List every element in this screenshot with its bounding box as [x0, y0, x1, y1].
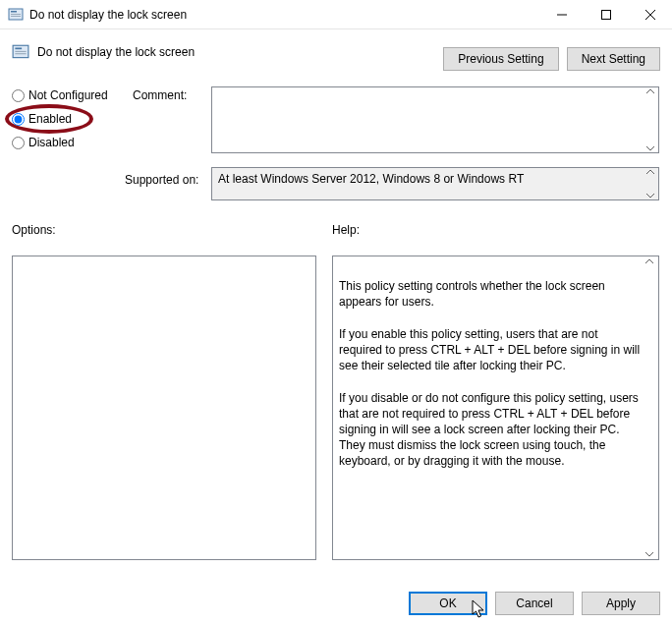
- supported-on-box: At least Windows Server 2012, Windows 8 …: [211, 167, 659, 200]
- radio-enabled-input[interactable]: [12, 113, 25, 126]
- state-radios: Not Configured Enabled Disabled: [12, 88, 108, 159]
- next-setting-button[interactable]: Next Setting: [567, 47, 660, 71]
- supported-label: Supported on:: [125, 173, 198, 187]
- header-title: Do not display the lock screen: [37, 45, 195, 59]
- maximize-button[interactable]: [584, 0, 628, 28]
- options-box: [12, 256, 316, 560]
- radio-label: Not Configured: [28, 88, 108, 102]
- comment-scroll: [644, 88, 657, 151]
- comment-label: Comment:: [133, 88, 187, 102]
- svg-rect-10: [15, 51, 26, 52]
- minimize-button[interactable]: [539, 0, 584, 28]
- comment-textarea[interactable]: [211, 86, 659, 153]
- nav-buttons: Previous Setting Next Setting: [443, 47, 660, 71]
- chevron-up-icon: [645, 88, 655, 94]
- help-label: Help:: [332, 223, 360, 237]
- previous-setting-button[interactable]: Previous Setting: [443, 47, 558, 71]
- chevron-down-icon: [644, 551, 654, 557]
- radio-label: Disabled: [28, 136, 75, 149]
- help-text: This policy setting controls whether the…: [339, 279, 640, 468]
- apply-button[interactable]: Apply: [582, 592, 660, 615]
- supported-scroll: [644, 169, 657, 199]
- radio-not-configured-input[interactable]: [12, 89, 25, 102]
- radio-disabled-input[interactable]: [12, 137, 25, 149]
- radio-disabled[interactable]: Disabled: [12, 136, 108, 149]
- window-title: Do not display the lock screen: [29, 8, 539, 22]
- policy-icon: [8, 7, 24, 23]
- radio-enabled[interactable]: Enabled: [12, 112, 108, 126]
- radio-not-configured[interactable]: Not Configured: [12, 88, 108, 102]
- chevron-up-icon: [645, 169, 655, 175]
- svg-rect-11: [15, 53, 26, 54]
- footer-buttons: OK Cancel Apply: [409, 592, 660, 615]
- close-button[interactable]: [628, 0, 672, 28]
- svg-rect-9: [15, 48, 22, 50]
- svg-rect-3: [11, 16, 21, 17]
- svg-rect-2: [11, 14, 21, 15]
- chevron-up-icon: [644, 258, 654, 264]
- svg-rect-5: [601, 10, 610, 19]
- options-label: Options:: [12, 223, 56, 237]
- supported-on-value: At least Windows Server 2012, Windows 8 …: [218, 172, 524, 186]
- chevron-down-icon: [645, 145, 655, 151]
- titlebar: Do not display the lock screen: [0, 0, 672, 29]
- chevron-down-icon: [645, 193, 655, 199]
- cancel-button[interactable]: Cancel: [495, 592, 574, 615]
- ok-button[interactable]: OK: [409, 592, 487, 615]
- policy-icon: [12, 43, 29, 61]
- svg-rect-1: [11, 11, 17, 13]
- help-scroll: [643, 258, 656, 557]
- help-box: This policy setting controls whether the…: [332, 256, 659, 560]
- radio-label: Enabled: [28, 112, 72, 126]
